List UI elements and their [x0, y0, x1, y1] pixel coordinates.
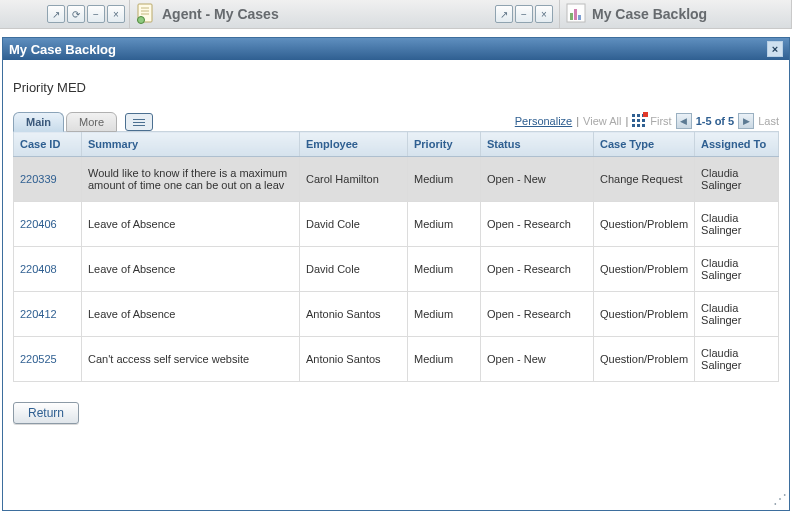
nav-first: First: [650, 115, 671, 127]
table-row[interactable]: 220408 Leave of Absence David Cole Mediu…: [14, 247, 779, 292]
cases-table: Case ID Summary Employee Priority Status…: [13, 131, 779, 382]
expand-icon[interactable]: ↗: [47, 5, 65, 23]
backlog-chart-icon: [566, 3, 586, 25]
nav-range: 1-5 of 5: [696, 115, 735, 127]
header-window-controls: ↗ − ×: [495, 5, 553, 23]
nav-next-icon[interactable]: ▶: [738, 113, 754, 129]
close-icon[interactable]: ×: [767, 41, 783, 57]
cell-employee: Carol Hamilton: [300, 157, 408, 202]
cell-assigned-to: Claudia Salinger: [695, 337, 779, 382]
cell-case-id[interactable]: 220525: [14, 337, 82, 382]
pagelet-title-text: My Case Backlog: [9, 42, 116, 57]
header-title-backlog: My Case Backlog: [592, 6, 785, 22]
cell-priority: Medium: [408, 247, 481, 292]
cell-case-id[interactable]: 220339: [14, 157, 82, 202]
separator: |: [576, 115, 579, 127]
cell-assigned-to: Claudia Salinger: [695, 202, 779, 247]
cell-summary: Would like to know if there is a maximum…: [82, 157, 300, 202]
cell-case-id[interactable]: 220406: [14, 202, 82, 247]
header-window-controls: ↗ ⟳ − ×: [47, 5, 125, 23]
col-assigned-to[interactable]: Assigned To: [695, 132, 779, 157]
cell-employee: David Cole: [300, 202, 408, 247]
cell-employee: Antonio Santos: [300, 292, 408, 337]
table-header-row: Case ID Summary Employee Priority Status…: [14, 132, 779, 157]
cell-priority: Medium: [408, 157, 481, 202]
cell-priority: Medium: [408, 337, 481, 382]
priority-subtitle: Priority MED: [13, 80, 779, 95]
personalize-link[interactable]: Personalize: [515, 115, 572, 127]
svg-rect-7: [574, 9, 577, 20]
workspace-header: ↗ ⟳ − × Agent - My Cases ↗ − × My Case B…: [0, 0, 792, 29]
header-segment-backlog: My Case Backlog: [560, 0, 792, 28]
cell-summary: Leave of Absence: [82, 292, 300, 337]
cell-case-id[interactable]: 220412: [14, 292, 82, 337]
table-row[interactable]: 220339 Would like to know if there is a …: [14, 157, 779, 202]
cell-status: Open - Research: [481, 202, 594, 247]
cell-priority: Medium: [408, 292, 481, 337]
return-button[interactable]: Return: [13, 402, 79, 424]
col-priority[interactable]: Priority: [408, 132, 481, 157]
svg-point-4: [138, 17, 145, 24]
grid-nav: Personalize | View All | First ◀ 1-5 of …: [515, 113, 779, 129]
close-icon[interactable]: ×: [107, 5, 125, 23]
pagelet-body: Priority MED Main More Personalize | Vie…: [3, 60, 789, 510]
table-row[interactable]: 220525 Can't access self service website…: [14, 337, 779, 382]
close-icon[interactable]: ×: [535, 5, 553, 23]
svg-rect-8: [578, 15, 581, 20]
nav-last: Last: [758, 115, 779, 127]
col-summary[interactable]: Summary: [82, 132, 300, 157]
download-grid-icon[interactable]: [632, 114, 646, 128]
separator: |: [625, 115, 628, 127]
cell-case-id[interactable]: 220408: [14, 247, 82, 292]
col-case-id[interactable]: Case ID: [14, 132, 82, 157]
col-employee[interactable]: Employee: [300, 132, 408, 157]
header-segment-left: ↗ ⟳ − ×: [0, 0, 130, 28]
tab-main[interactable]: Main: [13, 112, 64, 132]
grid-tabs: Main More: [13, 111, 153, 131]
cell-case-type: Question/Problem: [594, 292, 695, 337]
cell-assigned-to: Claudia Salinger: [695, 292, 779, 337]
cell-employee: Antonio Santos: [300, 337, 408, 382]
cell-summary: Can't access self service website: [82, 337, 300, 382]
tab-more[interactable]: More: [66, 112, 117, 132]
table-row[interactable]: 220412 Leave of Absence Antonio Santos M…: [14, 292, 779, 337]
cell-summary: Leave of Absence: [82, 202, 300, 247]
expand-icon[interactable]: ↗: [495, 5, 513, 23]
cell-case-type: Question/Problem: [594, 202, 695, 247]
pagelet-my-case-backlog: My Case Backlog × Priority MED Main More…: [2, 37, 790, 511]
header-segment-agent: Agent - My Cases ↗ − ×: [130, 0, 560, 28]
minimize-icon[interactable]: −: [87, 5, 105, 23]
cell-status: Open - New: [481, 337, 594, 382]
cell-assigned-to: Claudia Salinger: [695, 247, 779, 292]
minimize-icon[interactable]: −: [515, 5, 533, 23]
table-row[interactable]: 220406 Leave of Absence David Cole Mediu…: [14, 202, 779, 247]
cell-priority: Medium: [408, 202, 481, 247]
header-title-agent: Agent - My Cases: [162, 6, 495, 22]
view-all-link: View All: [583, 115, 621, 127]
cell-summary: Leave of Absence: [82, 247, 300, 292]
cell-status: Open - Research: [481, 247, 594, 292]
col-case-type[interactable]: Case Type: [594, 132, 695, 157]
cell-case-type: Question/Problem: [594, 337, 695, 382]
svg-rect-6: [570, 13, 573, 20]
grid-toolbar: Main More Personalize | View All | First…: [13, 111, 779, 131]
cell-employee: David Cole: [300, 247, 408, 292]
nav-prev-icon[interactable]: ◀: [676, 113, 692, 129]
cell-case-type: Change Request: [594, 157, 695, 202]
cell-assigned-to: Claudia Salinger: [695, 157, 779, 202]
cell-status: Open - New: [481, 157, 594, 202]
col-status[interactable]: Status: [481, 132, 594, 157]
refresh-icon[interactable]: ⟳: [67, 5, 85, 23]
cell-status: Open - Research: [481, 292, 594, 337]
show-all-columns-icon[interactable]: [125, 113, 153, 131]
agent-cases-icon: [136, 3, 156, 25]
cell-case-type: Question/Problem: [594, 247, 695, 292]
resize-grip-icon: ⋰: [773, 494, 787, 508]
pagelet-title-bar: My Case Backlog ×: [3, 38, 789, 60]
